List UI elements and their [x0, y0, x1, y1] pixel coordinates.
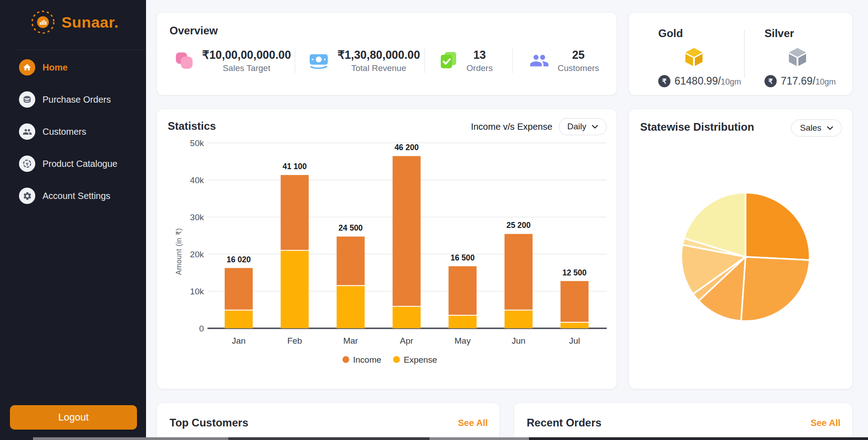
stat-customers: 25 Customers [513, 48, 617, 73]
svg-text:Jan: Jan [232, 336, 246, 345]
svg-text:Apr: Apr [400, 336, 414, 345]
stat-label: Orders [467, 63, 493, 73]
scrollbar-corner [0, 437, 33, 440]
svg-text:16 500: 16 500 [450, 253, 475, 262]
rupee-icon: ₹ [764, 75, 777, 87]
sidebar-item-purchase-orders[interactable]: Purchase Orders [0, 91, 146, 108]
overview-title: Overview [170, 24, 218, 37]
stat-value: ₹10,00,00,000.00 [202, 48, 291, 62]
top-customers-see-all-link[interactable]: See All [458, 418, 488, 428]
stat-label: Sales Target [223, 63, 270, 73]
svg-text:10k: 10k [190, 287, 204, 296]
svg-text:40k: 40k [190, 175, 204, 185]
scrollbar-track [429, 437, 529, 440]
sidebar-item-label: Product Catalogue [42, 159, 118, 169]
recent-orders-title: Recent Orders [527, 416, 601, 429]
sidebar-item-label: Account Settings [42, 191, 110, 201]
stat-sales-target: ₹10,00,00,000.00 Sales Target [157, 48, 295, 73]
stat-value: 13 [473, 48, 486, 62]
product-catalogue-icon [19, 156, 35, 172]
sidebar-item-account-settings[interactable]: Account Settings [0, 188, 146, 204]
account-settings-icon [19, 188, 35, 204]
svg-text:12 500: 12 500 [562, 268, 587, 277]
sidebar-item-label: Customers [42, 127, 86, 137]
silver-cube-icon [787, 46, 808, 68]
sidebar-item-label: Home [42, 62, 68, 73]
svg-text:20k: 20k [190, 250, 204, 259]
silver-unit: 10gm [816, 77, 836, 86]
purchase-orders-icon [19, 91, 35, 108]
brand: Sunaar. [31, 10, 118, 34]
svg-text:Jul: Jul [569, 336, 580, 345]
horizontal-scrollbar[interactable] [0, 437, 868, 440]
svg-text:May: May [454, 336, 471, 345]
sidebar-item-product-catalogue[interactable]: Product Catalogue [0, 156, 146, 172]
scrollbar-track [33, 437, 228, 440]
svg-text:30k: 30k [190, 213, 204, 222]
stat-label: Total Revenue [351, 63, 406, 73]
silver-title: Silver [764, 27, 830, 40]
svg-text:50k: 50k [190, 138, 204, 148]
gold-cube-icon [683, 46, 705, 68]
stat-label: Customers [557, 63, 599, 73]
sidebar-nav: Home Purchase Orders Customers [0, 59, 146, 220]
svg-text:Jun: Jun [512, 336, 526, 345]
top-customers-card: Top Customers See All [156, 402, 500, 440]
svg-text:24 500: 24 500 [339, 223, 363, 232]
sales-target-icon [174, 51, 194, 71]
svg-text:0: 0 [199, 324, 204, 333]
gold-price: 61480.99/10gm [675, 75, 741, 87]
orders-icon [439, 51, 458, 71]
statewise-pie-chart [629, 109, 853, 390]
customers-icon [19, 123, 35, 140]
svg-text:Income: Income [353, 355, 381, 364]
rupee-icon: ₹ [658, 75, 670, 87]
silver-rate-section: Silver ₹ 717.69/10gm [744, 13, 853, 95]
sidebar: Sunaar. Home Purchase Orders Custome [0, 0, 146, 440]
recent-orders-see-all-link[interactable]: See All [811, 418, 840, 428]
svg-text:16 020: 16 020 [226, 255, 251, 264]
main-content: Overview ₹10,00,00,000.00 Sales Target [146, 0, 868, 440]
sidebar-item-customers[interactable]: Customers [0, 123, 146, 140]
svg-text:46 200: 46 200 [395, 143, 419, 152]
silver-price: 717.69/10gm [781, 75, 836, 87]
sidebar-item-home[interactable]: Home [0, 59, 146, 76]
sidebar-item-label: Purchase Orders [42, 95, 111, 105]
gold-rate-section: Gold ₹ 61480.99/10gm [629, 13, 744, 95]
stat-orders: 13 Orders [425, 48, 513, 73]
income-expense-bar-chart: 010k20k30k40k50kAmount (in ₹)16 020Jan41… [157, 109, 618, 390]
stat-value: ₹1,30,80,000.00 [337, 48, 420, 62]
gold-title: Gold [658, 27, 730, 40]
overview-card: Overview ₹10,00,00,000.00 Sales Target [156, 12, 617, 95]
stat-value: 25 [572, 48, 585, 62]
brand-logo-icon [31, 10, 55, 34]
scrollbar-track [529, 437, 868, 440]
svg-text:Mar: Mar [343, 336, 358, 345]
svg-text:Feb: Feb [287, 336, 302, 345]
svg-text:25 200: 25 200 [506, 221, 531, 230]
logout-button[interactable]: Logout [10, 405, 137, 430]
metal-rates-card: Gold ₹ 61480.99/10gm Silver [628, 12, 853, 95]
scrollbar-thumb[interactable] [228, 437, 429, 440]
svg-text:Expense: Expense [404, 355, 437, 364]
home-icon [19, 59, 35, 76]
statewise-distribution-card: Statewise Distribution Sales [628, 109, 853, 389]
svg-text:Amount (in ₹): Amount (in ₹) [175, 228, 183, 275]
top-customers-title: Top Customers [170, 416, 248, 429]
statistics-card: Statistics Income v/s Expense Daily 010k… [156, 109, 617, 389]
sidebar-divider [16, 50, 146, 50]
stat-total-revenue: ₹1,30,80,000.00 Total Revenue [295, 48, 425, 73]
gold-unit: 10gm [721, 77, 741, 86]
brand-name: Sunaar. [61, 14, 118, 31]
svg-text:41 100: 41 100 [283, 162, 307, 171]
customers-stat-icon [529, 51, 549, 71]
overview-stats-row: ₹10,00,00,000.00 Sales Target ₹1,30,80,0… [157, 48, 617, 73]
recent-orders-card: Recent Orders See All [514, 402, 853, 440]
revenue-icon [308, 51, 329, 71]
